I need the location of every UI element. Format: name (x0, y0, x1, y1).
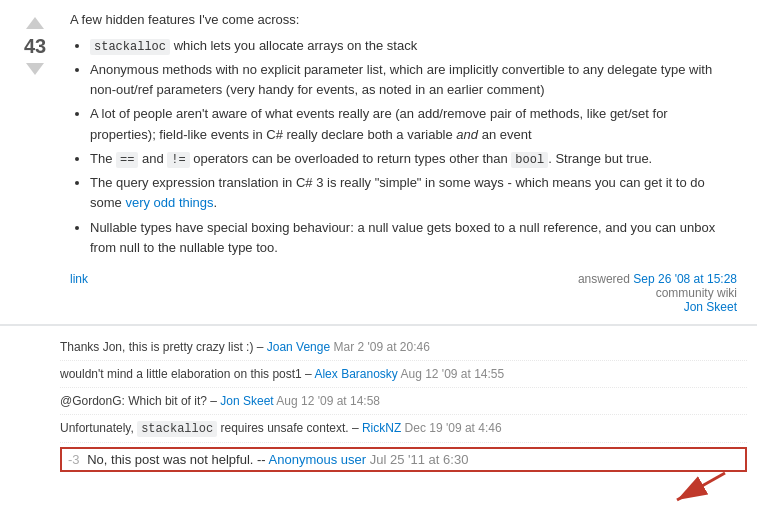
post-meta: link answered Sep 26 '08 at 15:28 commun… (70, 268, 737, 314)
list-item: Nullable types have special boxing behav… (90, 218, 737, 258)
svg-marker-1 (26, 63, 44, 75)
red-arrow-indicator (60, 468, 747, 508)
code-eq: == (116, 152, 138, 168)
comment-4-user[interactable]: RickNZ (362, 421, 401, 435)
comment-1-date: Mar 2 '09 at 20:46 (334, 340, 430, 354)
post-container: 43 A few hidden features I've come acros… (0, 0, 757, 325)
code-neq: != (167, 152, 189, 168)
comment-4-text-after: requires unsafe context. – (217, 421, 358, 435)
post-link[interactable]: link (70, 272, 88, 286)
svg-marker-0 (26, 17, 44, 29)
vote-down-button[interactable] (20, 60, 50, 78)
comment-2-text: wouldn't mind a little elaboration on th… (60, 367, 312, 381)
comment-4-text-pre: Unfortunately, (60, 421, 137, 435)
comment-1-text: Thanks Jon, this is pretty crazy list :)… (60, 340, 263, 354)
comment-2-date: Aug 12 '09 at 14:55 (401, 367, 505, 381)
list-item: Anonymous methods with no explicit param… (90, 60, 737, 100)
comment-2-user[interactable]: Alex Baranosky (314, 367, 397, 381)
code-stackalloc-comment: stackalloc (137, 421, 217, 437)
feedback-row: Was this post useful to you? Yes No (0, 516, 757, 521)
vote-count: 43 (24, 34, 46, 58)
comment-1-user[interactable]: Joan Venge (267, 340, 330, 354)
comment-4-date: Dec 19 '09 at 4:46 (405, 421, 502, 435)
list-item: A lot of people aren't aware of what eve… (90, 104, 737, 144)
comment-5-user[interactable]: Anonymous user (269, 452, 367, 467)
comment-3-date: Aug 12 '09 at 14:58 (276, 394, 380, 408)
answered-date: Sep 26 '08 at 15:28 (633, 272, 737, 286)
code-stackalloc: stackalloc (90, 39, 170, 55)
answered-label: answered (578, 272, 630, 286)
community-wiki-label: community wiki (656, 286, 737, 300)
code-bool: bool (511, 152, 548, 168)
list-item: stackalloc which lets you allocate array… (90, 36, 737, 57)
comment-5-date: Jul 25 '11 at 6:30 (370, 452, 469, 467)
post-text: A few hidden features I've come across: … (70, 10, 737, 258)
comment-3: @GordonG: Which bit of it? – Jon Skeet A… (60, 388, 747, 415)
comment-1: Thanks Jon, this is pretty crazy list :)… (60, 334, 747, 361)
vote-section: 43 (10, 10, 60, 324)
vote-up-button[interactable] (20, 14, 50, 32)
very-odd-things-link[interactable]: very odd things (125, 195, 213, 210)
author-link[interactable]: Jon Skeet (684, 300, 737, 314)
list-item: The == and != operators can be overloade… (90, 149, 737, 170)
intro-text: A few hidden features I've come across: (70, 10, 737, 30)
post-meta-right: answered Sep 26 '08 at 15:28 community w… (578, 272, 737, 314)
comments-section: Thanks Jon, this is pretty crazy list :)… (0, 325, 757, 516)
bullet-list: stackalloc which lets you allocate array… (70, 36, 737, 258)
comment-5-text: No, this post was not helpful. -- (87, 452, 265, 467)
svg-line-3 (677, 473, 725, 500)
comment-4: Unfortunately, stackalloc requires unsaf… (60, 415, 747, 443)
comment-2: wouldn't mind a little elaboration on th… (60, 361, 747, 388)
post-meta-left: link (70, 272, 88, 286)
comment-3-user[interactable]: Jon Skeet (220, 394, 273, 408)
list-item: The query expression translation in C# 3… (90, 173, 737, 213)
answered-info: answered Sep 26 '08 at 15:28 (578, 272, 737, 286)
comment-5-vote: -3 (68, 452, 80, 467)
comment-3-text: @GordonG: Which bit of it? – (60, 394, 217, 408)
post-content: A few hidden features I've come across: … (60, 10, 747, 324)
